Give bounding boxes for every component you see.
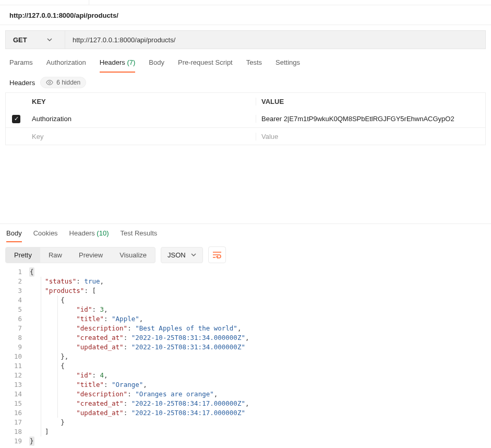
tab-pre-request-script[interactable]: Pre-request Script [178,58,233,73]
tab-count: (7) [125,58,136,66]
tab-headers[interactable]: Headers (7) [100,58,136,73]
code-line: } [29,418,486,427]
chevron-down-icon [191,252,196,257]
response-tab-body[interactable]: Body [6,229,22,242]
request-subtabs: ParamsAuthorizationHeaders (7)BodyPre-re… [0,54,491,73]
tab-body[interactable]: Body [149,58,164,73]
tab-authorization[interactable]: Authorization [46,58,86,73]
code-line: "status": true, [29,277,486,286]
line-gutter: 12345678910111213141516171819 [5,267,29,446]
view-mode-pretty[interactable]: Pretty [6,247,40,263]
http-method-label: GET [13,36,27,44]
code-line: { [29,267,486,277]
code-line: "updated_at": "2022-10-25T08:34:17.00000… [29,408,486,418]
view-mode-visualize[interactable]: Visualize [111,247,155,263]
request-url-input[interactable]: http://127.0.0.1:8000/api/products/ [65,30,486,49]
headers-new-row[interactable]: Key Value [6,127,485,145]
view-mode-raw[interactable]: Raw [40,247,70,263]
col-value: VALUE [256,98,485,105]
hidden-headers-text: 6 hidden [56,79,80,86]
view-mode-preview[interactable]: Preview [70,247,111,263]
tab-settings[interactable]: Settings [276,58,300,73]
tab-count: (10) [95,229,109,237]
code-line: "id": 3, [29,305,486,314]
tab-tests[interactable]: Tests [246,58,262,73]
format-label: JSON [167,251,186,259]
headers-table: KEY VALUE ✓AuthorizationBearer 2|E7m1tP9… [5,92,486,145]
col-key: KEY [27,98,256,105]
tab-params[interactable]: Params [9,58,33,73]
response-body[interactable]: 12345678910111213141516171819 { "status"… [5,267,486,448]
format-dropdown[interactable]: JSON [161,247,203,263]
headers-subheader: Headers 6 hidden [0,73,491,92]
hidden-headers-badge[interactable]: 6 hidden [40,77,86,88]
row-checkbox[interactable]: ✓ [12,115,20,123]
code-line: }, [29,352,486,361]
new-key-input[interactable]: Key [27,133,256,140]
request-title: http://127.0.0.1:8000/api/products/ [9,11,482,19]
response-tabs: BodyCookiesHeaders (10)Test Results [5,224,486,242]
request-url-text: http://127.0.0.1:8000/api/products/ [73,36,175,44]
code-line: "id": 4, [29,371,486,380]
row-checkbox-empty [12,132,20,140]
code-line: "updated_at": "2022-10-25T08:31:34.00000… [29,343,486,352]
response-tab-cookies[interactable]: Cookies [33,229,58,242]
code-line: "created_at": "2022-10-25T08:31:34.00000… [29,333,486,343]
request-title-bar: http://127.0.0.1:8000/api/products/ [0,5,491,25]
headers-table-header: KEY VALUE [6,93,485,110]
code-line: { [29,361,486,371]
code-line: ] [29,427,486,437]
code-line: { [29,296,486,305]
json-code: { "status": true, "products": [ { "id": … [29,267,486,446]
code-line: "products": [ [29,286,486,296]
response-controls: PrettyRawPreviewVisualize JSON [5,242,486,267]
code-line: "title": "Apple", [29,314,486,324]
code-line: "description": "Oranges are orange", [29,390,486,399]
code-line: "created_at": "2022-10-25T08:34:17.00000… [29,399,486,408]
editor-tab-strip [0,0,491,5]
view-mode-segment: PrettyRawPreviewVisualize [5,247,155,263]
chevron-down-icon [47,37,52,42]
eye-icon [46,79,53,86]
check-icon: ✓ [14,116,19,122]
svg-point-0 [49,81,51,84]
response-tab-headers[interactable]: Headers (10) [69,229,109,242]
code-line: "description": "Best Apples of the world… [29,324,486,333]
header-value-input[interactable]: Bearer 2|E7m1tP9wkuK0QM8SPbEtlRGJFGY5rEh… [256,115,485,123]
request-row: GET http://127.0.0.1:8000/api/products/ [5,30,486,49]
http-method-dropdown[interactable]: GET [5,30,65,49]
code-line: } [29,437,486,446]
table-row[interactable]: ✓AuthorizationBearer 2|E7m1tP9wkuK0QM8SP… [6,110,485,127]
headers-label: Headers [9,79,35,87]
response-tab-test-results[interactable]: Test Results [120,229,157,242]
wrap-lines-button[interactable] [208,246,226,263]
new-value-input[interactable]: Value [256,133,485,140]
code-line: "title": "Orange", [29,380,486,390]
response-section: BodyCookiesHeaders (10)Test Results Pret… [0,223,491,448]
wrap-icon [212,251,222,258]
header-key-input[interactable]: Authorization [27,115,256,123]
